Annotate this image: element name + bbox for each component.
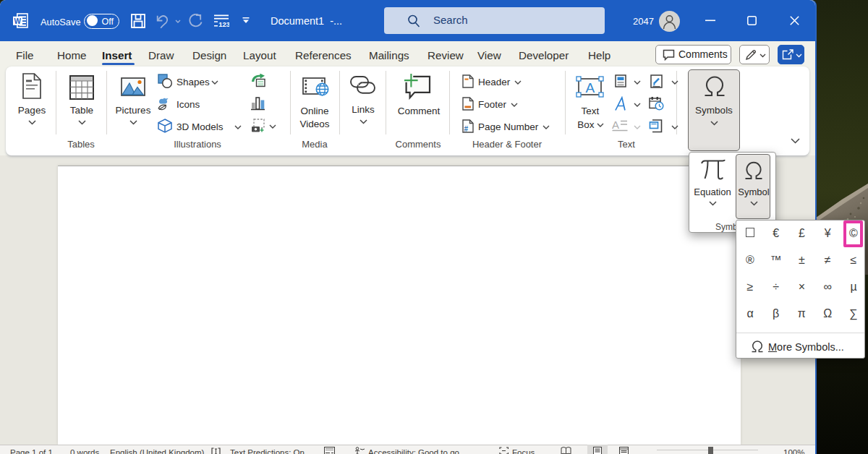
svg-text:W: W [14,17,22,25]
svg-text:#: # [464,125,469,133]
svg-text:A: A [612,119,619,131]
svg-text:123: 123 [218,20,229,27]
svg-text:A: A [586,80,595,95]
